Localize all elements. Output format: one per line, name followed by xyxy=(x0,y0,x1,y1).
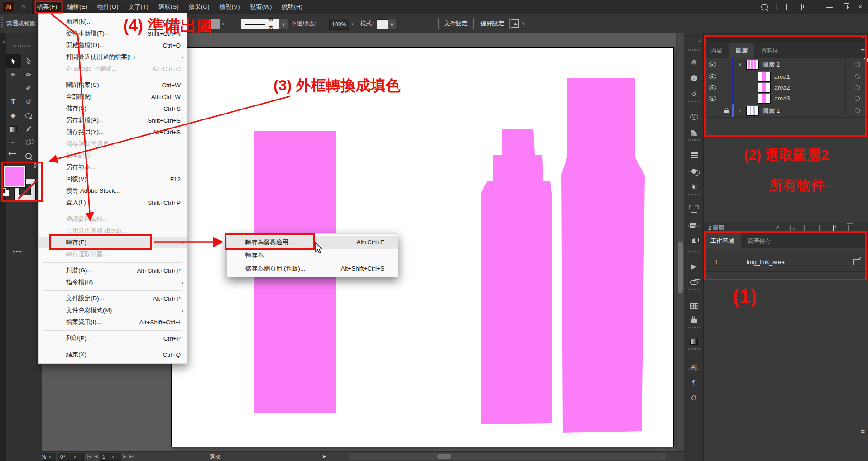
lock-toggle[interactable] xyxy=(721,58,732,71)
eraser-tool[interactable]: ◆ xyxy=(5,109,21,122)
menubar-item-type[interactable]: 文字(T) xyxy=(123,0,153,14)
restore-button[interactable] xyxy=(837,0,853,14)
first-artboard-button[interactable]: |◀ xyxy=(87,454,91,459)
dock1-tab-0[interactable]: 內容 xyxy=(704,43,729,58)
layer-expand-icon[interactable]: ∨ xyxy=(734,62,746,67)
collapse-toolbar-icon[interactable]: « xyxy=(2,38,5,44)
dock1-tab-2[interactable]: 資料庫 xyxy=(754,43,786,58)
opacity-input[interactable]: 100% xyxy=(329,19,349,30)
visibility-toggle[interactable] xyxy=(704,58,721,71)
symbols-icon[interactable] xyxy=(684,181,704,192)
submenu-item-export-as[interactable]: 轉存為... xyxy=(227,249,398,262)
opentype-icon[interactable]: O xyxy=(684,393,704,404)
layer-name[interactable]: area1 xyxy=(774,73,845,80)
shape-area3[interactable] xyxy=(561,78,645,433)
shaper-tool[interactable] xyxy=(21,109,36,122)
workspace-switcher-icon[interactable] xyxy=(783,4,791,10)
edit-toolbar-icon[interactable]: ••• xyxy=(13,247,23,255)
layer-row-area2[interactable]: area2 xyxy=(704,82,868,93)
submenu-item-export-for-screens[interactable]: 轉存為螢幕適用...Alt+Ctrl+E xyxy=(227,236,398,249)
paintbrush-tool[interactable]: ✐ xyxy=(21,81,36,95)
panel-menu-icon[interactable]: ≡ xyxy=(861,428,865,435)
rotation-select[interactable]: 0° ∨ xyxy=(58,453,84,461)
lock-toggle[interactable] xyxy=(721,93,732,104)
layer-target[interactable] xyxy=(845,82,868,93)
home-icon[interactable]: ⌂ xyxy=(21,0,26,14)
type-tool[interactable]: T xyxy=(5,95,21,109)
file-menu-item-close[interactable]: 關閉檔案(C)Ctrl+W xyxy=(39,79,187,91)
style-swatch[interactable] xyxy=(377,19,388,29)
layer-name[interactable]: 圖層 1 xyxy=(762,107,845,115)
new-layer-icon[interactable] xyxy=(833,225,834,232)
file-menu-item-invite-to-edit[interactable]: 邀請參與編輯... xyxy=(39,213,187,225)
file-menu-item-share-for-review[interactable]: 共用以供審核 (Beta)... xyxy=(39,225,187,237)
menubar-item-select[interactable]: 選取(S) xyxy=(153,0,184,14)
file-menu-item-package[interactable]: 封裝(G)...Alt+Shift+Ctrl+P xyxy=(39,265,187,276)
next-artboard-button[interactable]: ▶ xyxy=(123,454,127,459)
gradient-tool[interactable] xyxy=(5,122,21,136)
file-menu-item-browse-in-bridge[interactable]: 在 Bridge 中瀏覽...Alt+Ctrl+O xyxy=(39,63,187,75)
artboard-row[interactable]: 1 img_link_area xyxy=(704,252,868,272)
layer-target[interactable] xyxy=(845,71,868,82)
visibility-toggle[interactable] xyxy=(704,104,721,117)
color-guide-icon[interactable] xyxy=(684,127,704,138)
layer-row-area1[interactable]: area1 xyxy=(704,71,868,82)
last-artboard-button[interactable]: ▶| xyxy=(129,454,134,459)
artboard-number-select[interactable]: 1 ∨ xyxy=(100,453,121,461)
pen-tool[interactable]: ✒ xyxy=(5,68,21,81)
file-menu-item-revert[interactable]: 回復(V)F12 xyxy=(39,173,187,185)
width-tool[interactable]: ∼ xyxy=(5,136,21,149)
history-icon[interactable]: ↺ xyxy=(684,89,704,100)
file-menu-item-open-recent[interactable]: 打開最近使用過的檔案(F)› xyxy=(39,51,187,63)
menubar-item-effect[interactable]: 效果(C) xyxy=(184,0,215,14)
brushes-icon[interactable] xyxy=(684,314,704,325)
vertical-scrollbar-thumb[interactable] xyxy=(678,242,683,293)
vertical-scrollbar[interactable] xyxy=(676,33,684,451)
new-sublayer-icon[interactable] xyxy=(819,225,820,232)
file-menu-item-save-selected-slices[interactable]: 儲存選取的切片... xyxy=(39,138,187,150)
lock-toggle[interactable] xyxy=(721,104,732,117)
curvature-tool[interactable]: ✑ xyxy=(21,68,36,81)
file-menu-item-place[interactable]: 置入(L)...Shift+Ctrl+P xyxy=(39,197,187,209)
shape-builder-tool[interactable] xyxy=(21,136,36,149)
file-menu-item-export[interactable]: 轉存(E)› xyxy=(39,237,187,248)
file-menu-item-new-from-template[interactable]: 從範本新增(T)...Shift+Ctrl+N xyxy=(39,28,187,39)
file-menu-item-save[interactable]: 儲存(S)Ctrl+S xyxy=(39,103,187,114)
collect-for-export-icon[interactable]: ↗ xyxy=(775,224,780,231)
visibility-toggle[interactable] xyxy=(704,93,721,104)
paragraph-icon[interactable]: ¶ xyxy=(684,377,704,388)
file-menu-item-document-color-mode[interactable]: 文件色彩模式(M)› xyxy=(39,304,187,316)
menubar-item-edit[interactable]: 編輯(E) xyxy=(62,0,92,14)
rotate-tool[interactable]: ↺ xyxy=(21,95,36,109)
visibility-toggle[interactable] xyxy=(704,82,721,93)
file-menu-item-file-info[interactable]: 檔案資訊(I)...Alt+Shift+Ctrl+I xyxy=(39,316,187,328)
fill-swatch[interactable] xyxy=(4,166,25,187)
panel-menu-icon[interactable]: ≡ xyxy=(861,47,865,54)
file-menu-item-export-selection[interactable]: 轉存選取範圍... xyxy=(39,248,187,260)
lock-toggle[interactable] xyxy=(721,71,732,82)
file-menu-item-close-all[interactable]: 全部關閉Alt+Ctrl+W xyxy=(39,91,187,103)
scroll-right-icon[interactable]: › xyxy=(661,453,663,459)
links-icon[interactable] xyxy=(684,277,704,288)
layer-target[interactable] xyxy=(845,93,868,104)
visibility-toggle[interactable] xyxy=(704,71,721,82)
layer-expand-icon[interactable]: › xyxy=(734,108,746,113)
file-menu-item-scripts[interactable]: 指令檔(R)› xyxy=(39,276,187,288)
stroke-preset-chevron[interactable]: ∨ xyxy=(279,19,288,29)
horizontal-scrollbar-thumb[interactable] xyxy=(437,454,451,459)
file-menu-item-search-adobe-stock[interactable]: 搜尋 Adobe Stock... xyxy=(39,185,187,197)
file-menu-item-save-as[interactable]: 另存新檔(A)...Shift+Ctrl+S xyxy=(39,114,187,126)
layer-row-area3[interactable]: area3 xyxy=(704,93,868,104)
menubar-item-window[interactable]: 視窗(W) xyxy=(245,0,277,14)
direct-selection-tool[interactable] xyxy=(21,54,36,68)
toolbar-grip[interactable] xyxy=(13,45,31,47)
align-icon[interactable] xyxy=(684,220,704,231)
layer-name[interactable]: area2 xyxy=(774,84,845,91)
locate-object-icon[interactable] xyxy=(790,225,791,232)
stroke-preset-select[interactable]: 基本 xyxy=(241,19,279,29)
file-menu-item-version-history[interactable]: 版本記錄 xyxy=(39,150,187,162)
transform-icon[interactable] xyxy=(684,204,704,215)
dock1-tab-1[interactable]: 圖層 xyxy=(729,43,754,58)
dock2-tab-1[interactable]: 資產轉存 xyxy=(741,233,778,248)
selection-options-icon[interactable] xyxy=(511,19,519,28)
